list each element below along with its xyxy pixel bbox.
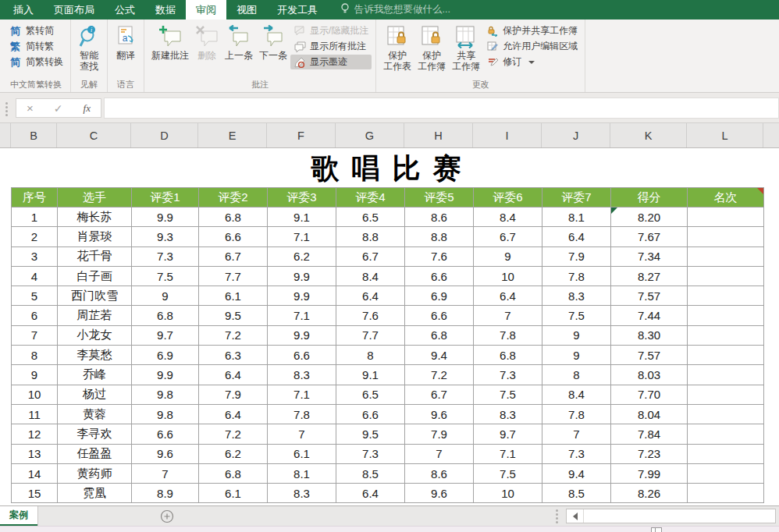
cell-judge-score[interactable]: 6.8: [132, 306, 199, 325]
cell-judge-score[interactable]: 7.3: [542, 444, 611, 463]
table-header-cell[interactable]: 评委2: [199, 188, 268, 207]
ribbon-tab[interactable]: 视图: [226, 0, 267, 20]
cell-contestant[interactable]: 花千骨: [58, 246, 132, 266]
scrollbar-track[interactable]: [584, 509, 775, 523]
cell-judge-score[interactable]: 9.9: [268, 266, 336, 286]
cell-total-score[interactable]: 7.99: [611, 463, 688, 483]
cell-index[interactable]: 5: [12, 286, 58, 306]
cell-total-score[interactable]: 7.57: [611, 286, 688, 306]
cell-judge-score[interactable]: 6.3: [199, 346, 268, 365]
cell-judge-score[interactable]: 6.9: [405, 286, 474, 306]
track-changes-button[interactable]: 修订: [483, 55, 581, 69]
cell-judge-score[interactable]: 9.9: [268, 325, 336, 345]
column-header-H[interactable]: H: [404, 123, 473, 147]
cell-judge-score[interactable]: 7.8: [542, 404, 611, 424]
cell-contestant[interactable]: 杨过: [58, 385, 132, 404]
scroll-left-button[interactable]: [567, 509, 584, 523]
cell-judge-score[interactable]: 6.6: [199, 227, 268, 246]
cell-total-score[interactable]: 7.44: [611, 306, 688, 325]
cell-index[interactable]: 10: [12, 385, 58, 404]
cell-index[interactable]: 8: [12, 346, 58, 365]
cell-judge-score[interactable]: 8: [336, 346, 405, 365]
cell-contestant[interactable]: 李寻欢: [58, 424, 132, 444]
cell-rank[interactable]: [688, 424, 764, 444]
cell-judge-score[interactable]: 7: [132, 463, 199, 483]
cell-judge-score[interactable]: 9.4: [542, 463, 611, 483]
formula-input[interactable]: [104, 98, 779, 119]
cell-total-score[interactable]: 7.34: [611, 246, 688, 266]
cell-judge-score[interactable]: 8.3: [474, 404, 542, 424]
cell-judge-score[interactable]: 6.4: [474, 286, 542, 306]
cell-judge-score[interactable]: 8.8: [336, 227, 405, 246]
column-header-E[interactable]: E: [198, 123, 267, 147]
ribbon-tab[interactable]: 审阅: [186, 0, 226, 20]
cell-judge-score[interactable]: 9.1: [268, 207, 336, 227]
column-header-L[interactable]: L: [687, 123, 763, 147]
cell-judge-score[interactable]: 7.6: [336, 306, 405, 325]
to-simplified-button[interactable]: 简 繁转简: [5, 23, 66, 38]
cell-rank[interactable]: [688, 404, 764, 424]
cell-rank[interactable]: [688, 385, 764, 404]
table-header-cell[interactable]: 得分: [611, 188, 688, 207]
cell-contestant[interactable]: 乔峰: [58, 365, 132, 385]
cell-judge-score[interactable]: 7.1: [474, 444, 542, 463]
cell-judge-score[interactable]: 7.9: [542, 246, 611, 266]
cell-judge-score[interactable]: 7: [542, 424, 611, 444]
cell-rank[interactable]: [688, 346, 764, 365]
cell-judge-score[interactable]: 6.5: [336, 207, 405, 227]
column-header-B[interactable]: B: [11, 123, 57, 147]
cell-judge-score[interactable]: 9.5: [199, 306, 268, 325]
cell-judge-score[interactable]: 7.5: [542, 306, 611, 325]
cell-judge-score[interactable]: 9.6: [132, 444, 199, 463]
cell-judge-score[interactable]: 7.5: [474, 385, 542, 404]
cell-judge-score[interactable]: 8.4: [542, 385, 611, 404]
cell-judge-score[interactable]: 6.4: [199, 404, 268, 424]
cell-rank[interactable]: [688, 246, 764, 266]
convert-button[interactable]: 简 简繁转换: [5, 55, 66, 69]
horizontal-scrollbar[interactable]: [556, 509, 776, 523]
cell-judge-score[interactable]: 9.3: [132, 227, 199, 246]
cell-index[interactable]: 2: [12, 227, 58, 246]
cell-judge-score[interactable]: 6.8: [199, 463, 268, 483]
cell-rank[interactable]: [688, 286, 764, 306]
cell-rank[interactable]: [688, 484, 764, 503]
cell-judge-score[interactable]: 9.9: [132, 207, 199, 227]
cell-judge-score[interactable]: 8.8: [405, 227, 474, 246]
selected-cell[interactable]: 8.20: [611, 207, 688, 227]
cell-judge-score[interactable]: 7.1: [268, 306, 336, 325]
add-sheet-button[interactable]: [160, 509, 174, 523]
protect-sheet-button[interactable]: 保护 工作表: [380, 22, 414, 78]
cell-judge-score[interactable]: 9.6: [405, 404, 474, 424]
cell-judge-score[interactable]: 7.6: [405, 246, 474, 266]
table-header-cell[interactable]: 评委1: [132, 188, 199, 207]
cell-judge-score[interactable]: 6.6: [268, 346, 336, 365]
cell-judge-score[interactable]: 9.5: [336, 424, 405, 444]
cell-judge-score[interactable]: 6.8: [405, 325, 474, 345]
cell-judge-score[interactable]: 6.4: [336, 484, 405, 503]
formula-bar-grip[interactable]: [5, 102, 8, 115]
table-header-cell[interactable]: 选手: [58, 188, 132, 207]
cell-judge-score[interactable]: 7.9: [199, 385, 268, 404]
cell-judge-score[interactable]: 6.8: [199, 207, 268, 227]
cell-rank[interactable]: [688, 365, 764, 385]
cell-judge-score[interactable]: 9.8: [132, 404, 199, 424]
protect-share-workbook-button[interactable]: 保护并共享工作簿: [483, 23, 581, 38]
to-traditional-button[interactable]: 繁 简转繁: [5, 39, 66, 54]
sheet-grid[interactable]: 歌 唱 比 赛 序号选手评委1评委2评委3评委4评委5评委6评委7得分名次 1梅…: [0, 148, 779, 505]
cell-total-score[interactable]: 8.04: [611, 404, 688, 424]
cell-index[interactable]: 11: [12, 404, 58, 424]
cell-contestant[interactable]: 黄蓉: [58, 404, 132, 424]
cell-contestant[interactable]: 肖景琰: [58, 227, 132, 246]
cell-index[interactable]: 1: [12, 207, 58, 227]
cell-judge-score[interactable]: 7.8: [474, 325, 542, 345]
cell-judge-score[interactable]: 8.1: [268, 463, 336, 483]
cell-rank[interactable]: [688, 325, 764, 345]
cell-judge-score[interactable]: 7.1: [268, 227, 336, 246]
cell-judge-score[interactable]: 6.1: [199, 286, 268, 306]
cell-judge-score[interactable]: 7.5: [132, 266, 199, 286]
cancel-icon[interactable]: ×: [27, 101, 34, 115]
smart-lookup-button[interactable]: i 智能 查找: [75, 22, 103, 78]
column-header-I[interactable]: I: [473, 123, 542, 147]
cell-rank[interactable]: [688, 227, 764, 246]
column-header-J[interactable]: J: [542, 123, 610, 147]
